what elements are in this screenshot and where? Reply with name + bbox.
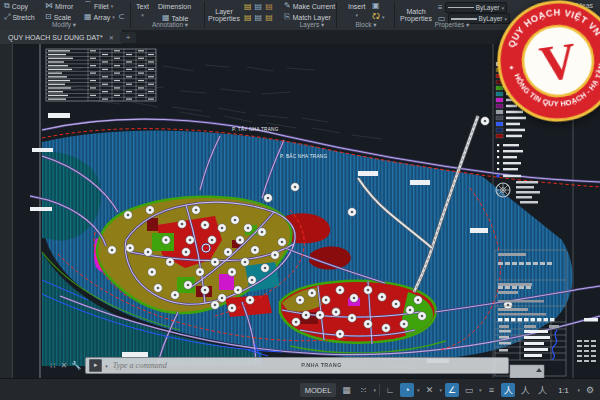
ellipse-icon: ⊂ [118,13,125,21]
drawing-tab[interactable]: QUY HOACH SU DUNG DAT* ✕ [0,30,123,44]
left-dock-strip [0,44,12,378]
chevron-down-icon[interactable]: ▾ [479,387,482,393]
scale-icon: ⊡ [45,13,52,21]
layer-lock-icon: ▤ [265,3,273,11]
stretch-icon: ⤢ [4,13,10,21]
command-prompt-icon[interactable]: ▸ [89,359,102,372]
grip-dots-icon[interactable]: ⁞⁞ [50,361,56,370]
chevron-down-icon[interactable]: ▾ [373,387,376,393]
command-input-bar[interactable]: ▸ ▾ P.NHA TRANG [85,357,509,374]
chevron-down-icon: ▾ [111,3,114,9]
match-layer-button[interactable]: ⎘Match Layer [284,13,331,21]
line-preview [451,18,477,20]
insert-button[interactable]: Insert▾ [348,3,366,19]
fillet-icon: ⌒ [84,2,92,10]
layer-tools-row1[interactable]: ▤ ▤ ▤ [244,3,273,11]
new-tab-button[interactable]: + [120,32,136,43]
block-panel-label[interactable]: Block ▾ [356,21,377,29]
ellipse-arc-button[interactable]: ⊂ [118,13,125,21]
selection-cycling-icon[interactable]: ▭ [462,383,476,397]
annotation-autoscale-icon[interactable]: 人 [518,383,532,397]
match-layer-icon: ⎘ [284,13,290,21]
properties-panel-label[interactable]: Properties ▾ [435,21,470,29]
wrench-icon[interactable]: 🔧 [71,361,81,370]
layer-properties-button[interactable]: Layer Properties [208,8,240,22]
snap-icon[interactable]: ⁙ [356,383,370,397]
annotation-scale-value[interactable]: 1:1 [552,383,574,397]
match-properties-button[interactable]: Match Properties [398,8,434,22]
ward-label: P. TÂY NHA TRANG [232,126,279,132]
chevron-down-icon: ▾ [141,12,144,19]
make-current-icon: ✎ [284,2,291,10]
annotation-panel-label[interactable]: Annotation ▾ [152,21,188,29]
text-button[interactable]: Text▾ [136,3,149,19]
chevron-down-icon[interactable]: ▾ [417,387,420,393]
annotation-visibility-icon[interactable]: 人 [501,383,515,397]
polar-tracking-icon[interactable]: ◔ [400,383,414,397]
layer-on-icon: ▤ [244,3,252,11]
block-editor-button[interactable]: 🗘▾ [372,13,385,21]
close-icon[interactable]: ✕ [60,361,67,370]
object-snap-tracking-icon[interactable]: ✕ [422,383,436,397]
command-input[interactable] [111,360,235,371]
layer-freeze-icon: ▤ [255,3,263,11]
quy-hoach-viet-vn-logo: QUY HOẠCH VIỆT VN THÔNG TIN QUY HOẠCH - … [485,0,600,134]
compass-icon [496,183,510,197]
create-block-button[interactable]: ▣ [372,2,380,10]
gear-icon[interactable]: ⚙ [583,383,597,397]
ward-label: P. BẮC NHA TRANG [280,152,327,159]
model-space-button[interactable]: MODEL [300,383,337,397]
array-button[interactable]: ▦Array▾ [84,13,115,21]
layers-panel-label[interactable]: Layers ▾ [300,21,325,29]
chevron-down-icon[interactable]: ▾ [105,363,108,369]
array-icon: ▦ [84,13,92,21]
block-edit-icon: 🗘 [372,13,380,21]
block-icon: ▣ [372,2,380,10]
chevron-down-icon[interactable]: ▾ [439,387,442,393]
logo-monogram: V [536,32,580,92]
layer-unlock-icon: ▤ [265,14,273,22]
status-bar: MODEL ▦ ⁙ ▾ ∟ ◔ ▾ ✕ ▾ ∠ ▭ ▾ ≡ 人 人 人 1:1 … [0,378,600,400]
command-line-palette[interactable]: ⁞⁞ ✕ 🔧 ▸ ▾ P.NHA TRANG [50,357,509,374]
mirror-button[interactable]: ⋈Mirror [45,2,73,10]
object-snap-icon[interactable]: ∠ [445,383,459,397]
chevron-down-icon: ▾ [382,14,385,20]
ortho-icon[interactable]: ∟ [383,383,397,397]
lineweight-icon[interactable]: ≡ [484,383,498,397]
drawing-tab-title: QUY HOACH SU DUNG DAT* [8,34,103,41]
chevron-down-icon: ▾ [356,12,359,19]
scale-button[interactable]: ⊡Scale [45,13,71,21]
make-current-button[interactable]: ✎Make Current [284,2,335,10]
copy-icon: ⧉ [4,2,10,10]
dimension-button[interactable]: Dimension [158,3,191,10]
layer-tools-row2[interactable]: ▤ ▤ ▤ [244,14,273,22]
chevron-down-icon[interactable]: ▾ [577,387,580,393]
modify-panel-label[interactable]: Modify ▾ [52,21,76,29]
grid-icon[interactable]: ▦ [339,383,353,397]
mirror-icon: ⋈ [45,2,53,10]
copy-button[interactable]: ⧉Copy [4,2,28,10]
map-label-through-palette: P.NHA TRANG [301,362,342,368]
annotation-all-icon[interactable]: 人 [535,383,549,397]
stretch-button[interactable]: ⤢Stretch [4,13,35,21]
line-preview [448,7,474,8]
layer-isolate-icon: ▤ [244,14,252,22]
chevron-down-icon: ▾ [112,14,115,20]
fillet-button[interactable]: ⌒Fillet▾ [84,2,113,10]
autocad-window: ⧉Copy ⋈Mirror ⌒Fillet▾ ⤢Stretch ⊡Scale ▦… [0,0,600,400]
lineweight-icon: ≡ [438,4,443,12]
layer-off-icon: ▤ [255,14,263,22]
close-icon[interactable]: ✕ [109,34,114,41]
